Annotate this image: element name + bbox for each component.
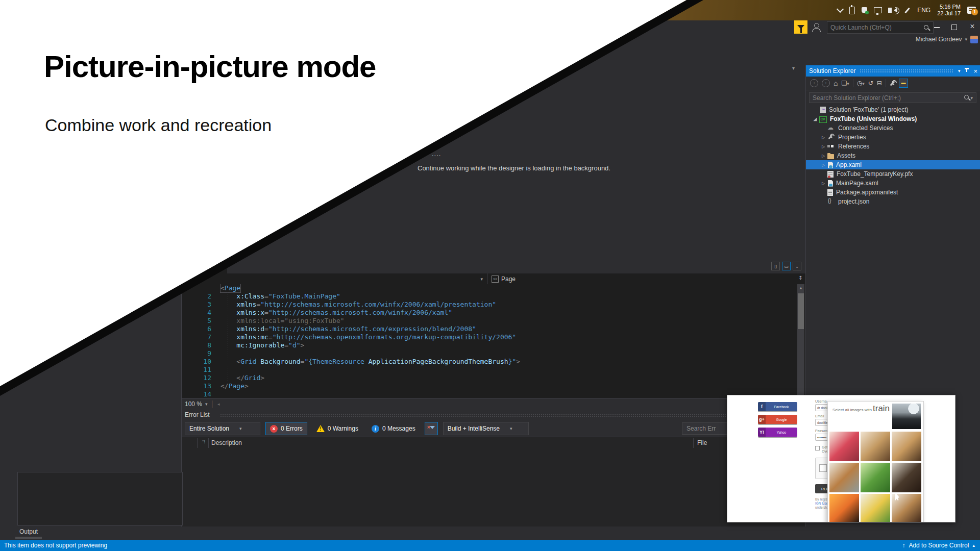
captcha-img-glowing-fire-bowl[interactable] (829, 494, 859, 522)
chevron-down-icon[interactable]: ▾ (965, 37, 967, 42)
quick-launch-input[interactable]: Quick Launch (Ctrl+Q) (827, 21, 934, 34)
collapse-all-icon[interactable]: ⊟ (877, 80, 882, 87)
code-line[interactable]: <Page (182, 284, 805, 292)
messages-filter-button[interactable]: i 0 Messages (368, 422, 420, 435)
avatar[interactable] (970, 36, 978, 43)
close-panel-icon[interactable]: × (973, 67, 977, 75)
col-file[interactable]: File (697, 439, 707, 446)
tree-item-connected-services[interactable]: Connected Services (806, 123, 980, 133)
google-login-button[interactable]: g+Google (758, 415, 797, 424)
restore-button[interactable] (947, 20, 962, 33)
build-filter-dropdown[interactable]: Build + IntelliSense▾ (443, 422, 529, 435)
tree-item-package-appxmanifest[interactable]: Package.appxmanifest (806, 188, 980, 197)
collapsed-arrow-icon[interactable]: ▷ (819, 181, 827, 186)
facebook-login-button[interactable]: fFacebook (758, 402, 797, 411)
clock[interactable]: 5:16 PM22-Jul-17 (937, 4, 961, 17)
sync-icon[interactable]: ↺ (868, 80, 873, 87)
newsletter-checkbox[interactable] (815, 446, 820, 450)
add-to-source-control[interactable]: ↑ Add to Source Control ▴ (902, 542, 975, 549)
warnings-filter-button[interactable]: 0 Warnings (312, 422, 362, 435)
pending-changes-icon[interactable]: ◷▾ (857, 80, 865, 87)
tree-item-assets[interactable]: ▷Assets (806, 151, 980, 160)
feedback-person-icon[interactable] (812, 22, 821, 32)
captcha-img-breakfast-plate[interactable] (829, 463, 859, 492)
properties-wrench-icon[interactable] (890, 81, 895, 86)
errors-filter-button[interactable]: × 0 Errors (265, 422, 307, 435)
splitter-grip-icon[interactable]: ⇕ (797, 273, 804, 283)
code-line[interactable]: 9 (182, 349, 805, 358)
display-icon[interactable] (874, 7, 882, 13)
clear-filter-button[interactable] (425, 422, 438, 435)
yahoo-login-button[interactable]: Y!Yahoo (758, 428, 797, 437)
preview-selected-icon[interactable]: ▬ (899, 79, 908, 88)
collapse-pane-button[interactable]: ⌄ (793, 262, 801, 270)
scope-dropdown[interactable]: Entire Solution▾ (185, 422, 260, 435)
col-description[interactable]: Description (211, 439, 242, 446)
tree-item-app-xaml[interactable]: ▷App.xaml (806, 160, 980, 169)
code-line[interactable]: 4 xmlns:x="http://schemas.microsoft.com/… (182, 309, 805, 317)
home-icon[interactable]: ⌂ (834, 79, 838, 87)
split-vertical-button[interactable]: ▯ (771, 262, 780, 270)
language-indicator[interactable]: ENG (917, 7, 930, 14)
hscroll-left-icon[interactable]: ◂ (217, 402, 220, 407)
code-line[interactable]: 12 </Grid> (182, 374, 805, 382)
split-horizontal-button[interactable]: ▭ (782, 262, 791, 270)
document-well-dropdown-icon[interactable]: ▾ (792, 65, 795, 71)
captcha-img-salad-plate[interactable] (861, 494, 890, 522)
back-icon[interactable]: ‹ (810, 79, 818, 87)
usb-icon[interactable] (849, 7, 855, 14)
expanded-arrow-icon[interactable]: ◢ (811, 117, 819, 121)
code-line[interactable]: 3 xmlns="http://schemas.microsoft.com/wi… (182, 300, 805, 309)
solution-explorer-search-input[interactable]: Search Solution Explorer (Ctrl+;) ▾ (809, 92, 976, 103)
code-line[interactable]: 2 x:Class="FoxTube.MainPage" (182, 292, 805, 300)
forward-icon[interactable]: › (822, 79, 830, 87)
navbar-type-dropdown[interactable]: ▾ (182, 273, 487, 284)
pin-icon[interactable] (964, 68, 969, 74)
collapsed-arrow-icon[interactable]: ▷ (819, 135, 827, 140)
minimize-button[interactable] (929, 20, 944, 33)
tree-item-project-json[interactable]: project.json (806, 197, 980, 206)
speaker-icon[interactable] (894, 8, 897, 13)
editor-vertical-scrollbar[interactable]: ▴ (797, 284, 804, 398)
feedback-flag-button[interactable] (794, 20, 807, 34)
tree-item-mainpage-xaml[interactable]: ▷MainPage.xaml (806, 179, 980, 188)
pip-window[interactable]: fFacebookg+GoogleY!Yahoo Userna dr dooli… (727, 395, 955, 522)
code-line[interactable]: 13</Page> (182, 382, 805, 390)
tree-item-solution-foxtube-1-project-[interactable]: Solution 'FoxTube' (1 project) (806, 105, 980, 114)
switch-views-icon[interactable]: ❏▾ (841, 80, 849, 87)
captcha-img-pancakes-coffee[interactable] (892, 432, 921, 461)
scrollbar-thumb[interactable] (798, 293, 804, 329)
code-line[interactable]: 8 mc:Ignorable="d"> (182, 341, 805, 349)
pen-icon[interactable] (904, 7, 910, 13)
solution-explorer-titlebar[interactable]: Solution Explorer ▾ × (806, 65, 980, 77)
tree-item-properties[interactable]: ▷Properties (806, 133, 980, 142)
captcha-img-coffee-beans-cup[interactable] (892, 463, 921, 492)
zoom-level[interactable]: 100 % (185, 400, 202, 408)
tree-item-references[interactable]: ▷References (806, 142, 980, 151)
tray-expand-icon[interactable] (837, 6, 844, 13)
defender-shield-icon[interactable] (862, 7, 867, 13)
tree-item-foxtube-temporarykey-pfx[interactable]: FoxTube_TemporaryKey.pfx (806, 169, 980, 179)
tab-output[interactable]: Output (15, 527, 42, 537)
window-position-icon[interactable]: ▾ (958, 68, 961, 73)
captcha-img-green-salad[interactable] (861, 463, 890, 492)
code-line[interactable]: 14 (182, 390, 805, 398)
captcha-img-caramel-dessert[interactable] (861, 432, 890, 461)
zoom-dropdown-icon[interactable]: ▾ (205, 402, 208, 407)
code-line[interactable]: 10 <Grid Background="{ThemeResource Appl… (182, 358, 805, 366)
code-line[interactable]: 6 xmlns:d="http://schemas.microsoft.com/… (182, 325, 805, 333)
code-line[interactable]: 5 xmlns:local="using:FoxTube" (182, 317, 805, 325)
captcha-img-strawberry-cake[interactable] (829, 432, 859, 461)
code-editor[interactable]: <Page2 x:Class="FoxTube.MainPage"3 xmlns… (182, 284, 805, 398)
error-list-body[interactable] (182, 449, 805, 527)
sort-icon[interactable]: ᵔ! (202, 439, 205, 444)
scrollbar-up-icon[interactable]: ▴ (797, 284, 804, 291)
user-name[interactable]: Michael Gordeev (916, 36, 962, 43)
collapsed-arrow-icon[interactable]: ▷ (819, 163, 827, 167)
code-line[interactable]: 7 xmlns:mc="http://schemas.openxmlformat… (182, 333, 805, 341)
notification-icon[interactable]: 1 (967, 7, 976, 14)
code-line[interactable]: 11 (182, 366, 805, 374)
collapsed-arrow-icon[interactable]: ▷ (819, 154, 827, 158)
collapsed-arrow-icon[interactable]: ▷ (819, 144, 827, 149)
error-list-grip[interactable] (220, 413, 800, 417)
